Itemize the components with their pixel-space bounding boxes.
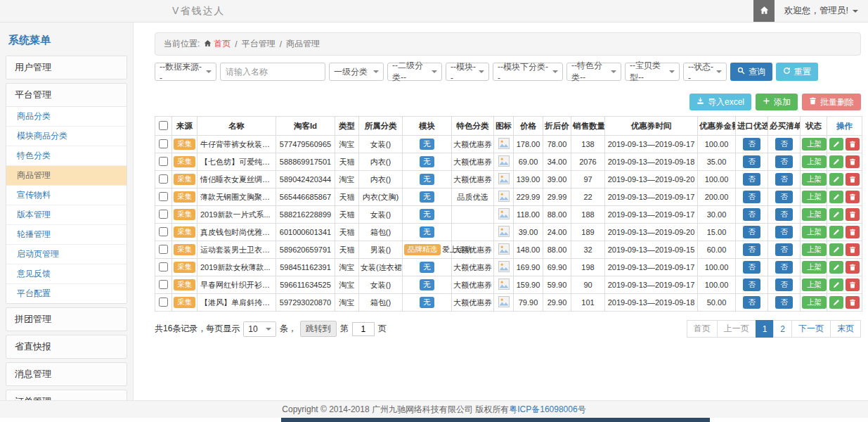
jump-button[interactable]: 跳转到 (300, 321, 337, 337)
batch-delete-button[interactable]: 批量删除 (802, 94, 861, 110)
delete-button[interactable] (846, 296, 860, 309)
filter-select-3[interactable]: --模块-- (446, 63, 489, 81)
import-toggle-button[interactable]: 否 (743, 279, 760, 291)
status-button[interactable]: 上架 (802, 243, 827, 256)
must-buy-toggle-button[interactable]: 否 (775, 191, 793, 203)
status-button[interactable]: 上架 (802, 261, 827, 274)
sidebar-item-1[interactable]: 平台管理 (6, 84, 127, 106)
must-buy-toggle-button[interactable]: 否 (775, 155, 793, 168)
delete-button[interactable] (846, 138, 860, 151)
edit-button[interactable] (829, 296, 843, 309)
filter-select-7[interactable]: --状态-- (683, 63, 727, 81)
must-buy-toggle-button[interactable]: 否 (775, 243, 793, 256)
status-button[interactable]: 上架 (802, 226, 827, 238)
must-buy-toggle-button[interactable]: 否 (775, 173, 793, 186)
add-button[interactable]: 添加 (756, 94, 798, 110)
sidebar-subitem[interactable]: 启动页管理 (6, 245, 127, 264)
status-button[interactable]: 上架 (802, 173, 827, 186)
delete-button[interactable] (846, 226, 860, 238)
breadcrumb-home-link[interactable]: 首页 (204, 38, 231, 50)
status-button[interactable]: 上架 (802, 155, 827, 168)
breadcrumb-item-goods[interactable]: 商品管理 (286, 38, 320, 50)
filter-select-2[interactable]: --二级分类-- (387, 63, 442, 81)
edit-button[interactable] (829, 208, 843, 221)
status-button[interactable]: 上架 (802, 208, 827, 221)
import-toggle-button[interactable]: 否 (743, 243, 760, 256)
page-button[interactable]: 2 (773, 320, 792, 338)
edit-button[interactable] (829, 191, 843, 203)
import-toggle-button[interactable]: 否 (743, 191, 760, 203)
must-buy-toggle-button[interactable]: 否 (775, 138, 793, 151)
delete-button[interactable] (846, 279, 860, 291)
status-button[interactable]: 上架 (802, 296, 827, 309)
must-buy-toggle-button[interactable]: 否 (775, 226, 793, 238)
delete-button[interactable] (846, 261, 860, 274)
select-all-checkbox[interactable] (159, 121, 168, 130)
edit-button[interactable] (829, 138, 843, 151)
edit-button[interactable] (829, 279, 843, 291)
edit-button[interactable] (829, 173, 843, 186)
filter-select-6[interactable]: --宝贝类型-- (625, 63, 680, 81)
status-button[interactable]: 上架 (802, 191, 827, 203)
delete-button[interactable] (846, 173, 860, 186)
must-buy-toggle-button[interactable]: 否 (775, 296, 793, 309)
import-excel-button[interactable]: 导入excel (689, 94, 751, 110)
sidebar-item-3[interactable]: 省直快报 (6, 335, 127, 358)
import-toggle-button[interactable]: 否 (743, 138, 760, 151)
row-checkbox[interactable] (159, 280, 168, 289)
search-button[interactable]: 查询 (730, 63, 772, 81)
sidebar-subitem[interactable]: 商品分类 (6, 107, 127, 127)
page-button[interactable]: 首页 (687, 320, 718, 338)
row-checkbox[interactable] (159, 174, 168, 184)
must-buy-toggle-button[interactable]: 否 (775, 261, 793, 274)
per-page-select[interactable]: 10 (243, 321, 276, 337)
status-button[interactable]: 上架 (802, 138, 827, 151)
import-toggle-button[interactable]: 否 (743, 155, 760, 168)
import-toggle-button[interactable]: 否 (743, 226, 760, 238)
name-search-input[interactable] (220, 63, 325, 81)
sidebar-item-4[interactable]: 消息管理 (6, 363, 127, 385)
row-checkbox[interactable] (159, 245, 168, 254)
edit-button[interactable] (829, 226, 843, 238)
home-button[interactable] (753, 0, 775, 22)
sidebar-subitem[interactable]: 模块商品分类 (6, 127, 127, 146)
jump-page-input[interactable] (352, 322, 375, 336)
breadcrumb-item-platform[interactable]: 平台管理 (242, 38, 276, 50)
edit-button[interactable] (829, 155, 843, 168)
row-checkbox[interactable] (159, 298, 168, 307)
must-buy-toggle-button[interactable]: 否 (775, 279, 793, 291)
page-button[interactable]: 1 (756, 320, 775, 338)
delete-button[interactable] (846, 191, 860, 203)
user-menu[interactable]: 欢迎您，管理员! (775, 5, 868, 17)
sidebar-subitem[interactable]: 轮播管理 (6, 225, 127, 245)
must-buy-toggle-button[interactable]: 否 (775, 208, 793, 221)
import-toggle-button[interactable]: 否 (743, 261, 760, 274)
delete-button[interactable] (846, 243, 860, 256)
sidebar-item-2[interactable]: 拼团管理 (6, 308, 127, 331)
row-checkbox[interactable] (159, 262, 168, 271)
sidebar-item-5[interactable]: 订单管理 (6, 390, 127, 401)
reset-button[interactable]: 重置 (776, 63, 818, 81)
delete-button[interactable] (846, 155, 860, 168)
row-checkbox[interactable] (159, 210, 168, 219)
status-button[interactable]: 上架 (802, 279, 827, 291)
filter-select-1[interactable]: 一级分类 (329, 63, 384, 81)
row-checkbox[interactable] (159, 139, 168, 148)
page-button[interactable]: 上一页 (717, 320, 756, 338)
sidebar-item-0[interactable]: 用户管理 (6, 56, 127, 79)
filter-select-0[interactable]: --数据来源-- (155, 63, 216, 81)
page-button[interactable]: 下一页 (791, 320, 831, 338)
edit-button[interactable] (829, 261, 843, 274)
filter-select-5[interactable]: --特色分类-- (566, 63, 621, 81)
sidebar-subitem[interactable]: 特色分类 (6, 146, 127, 166)
sidebar-subitem[interactable]: 意见反馈 (6, 264, 127, 284)
edit-button[interactable] (829, 243, 843, 256)
row-checkbox[interactable] (159, 192, 168, 201)
delete-button[interactable] (846, 208, 860, 221)
sidebar-subitem[interactable]: 平台配置 (6, 284, 127, 303)
sidebar-subitem[interactable]: 商品管理 (6, 166, 127, 186)
sidebar-subitem[interactable]: 版本管理 (6, 205, 127, 225)
import-toggle-button[interactable]: 否 (743, 173, 760, 186)
filter-select-4[interactable]: --模块下分类-- (493, 63, 563, 81)
row-checkbox[interactable] (159, 227, 168, 236)
